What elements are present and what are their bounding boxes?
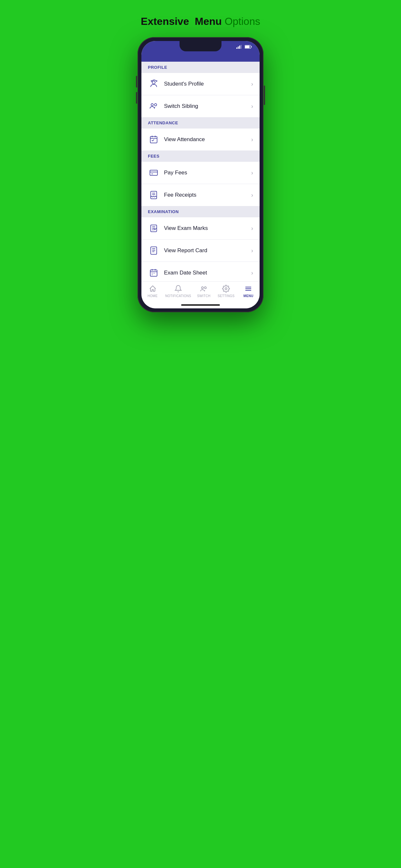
nav-label-menu: MENU [243,294,253,298]
chevron-icon-fee-receipts: › [251,192,253,198]
menu-nav-icon [244,285,252,293]
menu-item-view-report-card[interactable]: View Report Card › [142,240,259,262]
attendance-icon [148,134,159,145]
chevron-icon-switch-sibling: › [251,103,253,110]
phone-frame: PROFILE Student's Profile › Switch Sibli… [137,37,264,312]
svg-point-7 [152,81,155,84]
subtitle-normal: Options [222,16,260,27]
status-bar [142,41,259,51]
volume-down-button [136,92,137,104]
svg-rect-5 [245,45,250,48]
nav-label-settings: SETTINGS [218,294,235,298]
chevron-icon-view-report-card: › [251,247,253,254]
exam-marks-icon [148,222,159,234]
svg-rect-3 [241,45,242,49]
chevron-icon-exam-date-sheet: › [251,270,253,276]
date-sheet-icon [148,267,159,279]
menu-scroll-content: PROFILE Student's Profile › Switch Sibli… [142,62,259,281]
signal-icon [236,45,242,49]
subtitle-bold: Extensive Menu [141,16,222,27]
menu-group-profile: Student's Profile › Switch Sibling › [142,73,259,117]
menu-label-view-report-card: View Report Card [164,247,251,254]
nav-label-notifications: NOTIFICATIONS [165,294,191,298]
nav-item-menu[interactable]: MENU [239,285,258,298]
svg-point-45 [225,288,227,290]
menu-label-fee-receipts: Fee Receipts [164,192,251,198]
home-nav-icon [149,285,157,293]
menu-item-switch-sibling[interactable]: Switch Sibling › [142,95,259,117]
battery-icon [245,45,252,49]
app-subtitle: Extensive Menu Options [141,16,260,27]
switch-user-icon [148,100,159,112]
menu-item-pay-fees[interactable]: Pay Fees › [142,162,259,184]
menu-label-switch-sibling: Switch Sibling [164,103,251,110]
nav-item-settings[interactable]: SETTINGS [216,285,236,298]
bottom-navigation: HOME NOTIFICATIONS SWITCH SETTINGS MENU [142,281,259,304]
menu-group-attendance: View Attendance › [142,128,259,151]
svg-rect-0 [236,48,237,49]
nav-label-home: HOME [148,294,158,298]
settings-nav-icon [222,285,230,293]
menu-group-fees: Pay Fees › Fee Receipts › [142,162,259,206]
svg-line-15 [153,140,154,141]
chevron-icon-view-attendance: › [251,136,253,143]
menu-item-view-exam-marks[interactable]: View Exam Marks › [142,217,259,240]
menu-item-students-profile[interactable]: Student's Profile › [142,73,259,95]
power-button [264,86,265,105]
chevron-icon-view-exam-marks: › [251,225,253,232]
menu-label-exam-date-sheet: Exam Date Sheet [164,270,251,276]
svg-rect-6 [251,46,252,48]
svg-point-43 [202,287,204,289]
menu-label-pay-fees: Pay Fees [164,169,251,176]
menu-item-view-attendance[interactable]: View Attendance › [142,128,259,151]
nav-label-switch: SWITCH [197,294,211,298]
pay-fees-icon [148,167,159,179]
notch [180,41,221,51]
volume-up-button [136,76,137,88]
svg-rect-19 [151,191,157,198]
home-indicator [142,304,259,308]
chevron-icon-pay-fees: › [251,169,253,176]
nav-item-home[interactable]: HOME [143,285,162,298]
nav-item-switch[interactable]: SWITCH [194,285,213,298]
section-header-profile: PROFILE [142,62,259,73]
svg-rect-2 [239,45,240,49]
nav-item-notifications[interactable]: NOTIFICATIONS [165,285,191,298]
home-bar [181,304,220,306]
menu-item-fee-receipts[interactable]: Fee Receipts › [142,184,259,206]
chevron-icon-students-profile: › [251,81,253,88]
status-icons [236,45,252,49]
menu-label-view-exam-marks: View Exam Marks [164,225,251,231]
svg-point-44 [204,287,206,289]
report-card-icon [148,245,159,256]
headline: Extensive Menu Options [141,13,260,27]
menu-label-students-profile: Student's Profile [164,81,251,87]
menu-item-exam-date-sheet[interactable]: Exam Date Sheet › [142,262,259,281]
switch-nav-icon [200,285,208,293]
menu-label-view-attendance: View Attendance [164,136,251,143]
svg-point-9 [154,104,157,106]
bell-nav-icon [174,285,182,293]
menu-group-examination: View Exam Marks › View Report Card › Exa… [142,217,259,281]
receipt-icon [148,189,159,201]
section-header-attendance: ATTENDANCE [142,117,259,128]
svg-rect-1 [238,46,239,49]
app-header [142,51,259,62]
svg-rect-26 [151,247,157,254]
svg-point-8 [151,104,153,106]
user-student-icon [148,78,159,90]
svg-rect-16 [150,170,157,175]
section-header-fees: FEES [142,151,259,162]
phone-screen: PROFILE Student's Profile › Switch Sibli… [142,41,259,308]
section-header-examination: EXAMINATION [142,206,259,217]
